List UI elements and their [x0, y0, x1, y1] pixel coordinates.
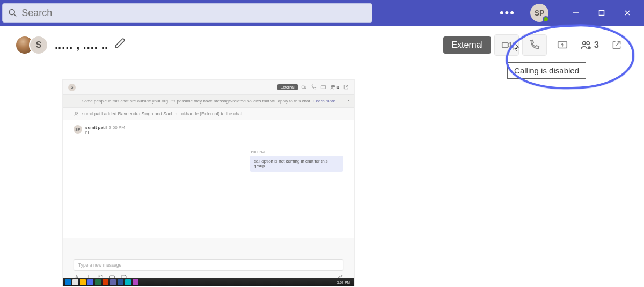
svg-rect-13: [302, 86, 305, 89]
mini-system-message: sumit patil added Raveendra Singh and Sa…: [63, 108, 354, 120]
edit-chat-name-button[interactable]: [114, 38, 126, 53]
taskbar-app-icon: [72, 279, 78, 285]
external-badge: External: [443, 36, 491, 54]
minimize-button[interactable]: [564, 2, 588, 24]
mini-external-warning-banner: Some people in this chat are outside you…: [63, 95, 354, 108]
mini-avatar: S: [68, 84, 76, 91]
add-person-icon: [74, 111, 79, 116]
share-screen-button[interactable]: [550, 34, 575, 56]
avatar-initials: SP: [535, 9, 545, 17]
mini-learn-more-link[interactable]: Learn more: [313, 99, 335, 104]
svg-point-8: [583, 41, 586, 45]
mini-banner-close[interactable]: ×: [347, 98, 350, 103]
taskbar-app-icon: [80, 279, 86, 285]
people-icon: [580, 39, 592, 51]
svg-point-0: [9, 10, 14, 15]
search-box[interactable]: [2, 3, 372, 23]
participants-button[interactable]: 3: [580, 39, 599, 51]
mini-share-icon: [320, 84, 327, 91]
svg-rect-6: [502, 42, 508, 47]
chat-header: S ..… , .… .. External 3 Calling is disa…: [0, 26, 644, 64]
svg-point-15: [331, 85, 333, 87]
mini-incoming-message: SP sumit patil3:00 PM hi: [74, 125, 343, 135]
taskbar-app-icon: [125, 279, 131, 285]
disabled-tooltip: Calling is disabled: [507, 62, 586, 79]
search-input[interactable]: [21, 8, 367, 19]
mini-compose-box[interactable]: Type a new message: [74, 259, 343, 271]
svg-point-9: [587, 41, 590, 45]
mini-outgoing-message: 3:00 PM call option is not coming in cha…: [250, 150, 343, 172]
svg-point-23: [99, 277, 100, 277]
more-menu-button[interactable]: •••: [494, 6, 521, 20]
mini-phone-icon: [311, 84, 317, 91]
chat-avatar-pair: S: [15, 35, 48, 55]
mini-taskbar-clock: 3:03 PM: [337, 281, 352, 284]
presence-available-icon: [543, 16, 549, 23]
taskbar-app-icon: [103, 279, 108, 285]
taskbar-app-icon: [118, 279, 123, 285]
mouse-cursor-icon: [512, 42, 522, 51]
current-user-avatar[interactable]: SP: [530, 4, 548, 22]
svg-rect-3: [599, 11, 604, 16]
mini-msg-avatar: SP: [74, 125, 82, 134]
close-button[interactable]: [615, 2, 640, 24]
taskbar-app-icon: [110, 279, 116, 285]
titlebar: ••• SP: [0, 0, 644, 26]
chat-header-actions: External 3 Calling is disabled: [443, 34, 629, 56]
mini-popout-icon: [342, 84, 349, 91]
annotation-circle: [504, 22, 635, 91]
chat-title-text: ..… , .… ..: [55, 38, 108, 52]
svg-point-24: [101, 277, 101, 277]
popout-button[interactable]: [604, 34, 629, 56]
svg-point-17: [75, 112, 77, 114]
svg-point-16: [333, 85, 335, 87]
mini-external-badge: External: [277, 84, 298, 90]
taskbar-app-icon: [133, 279, 138, 285]
maximize-button[interactable]: [589, 2, 614, 24]
svg-line-1: [14, 14, 16, 16]
search-icon: [8, 8, 17, 18]
participant-count: 3: [594, 40, 599, 50]
taskbar-app-icon: [95, 279, 101, 285]
mini-chat-header: S External 3: [63, 80, 354, 95]
mini-video-icon: [301, 84, 308, 91]
participant-avatar-initial: S: [29, 35, 48, 55]
mini-people-icon: [330, 84, 336, 90]
audio-call-button[interactable]: [522, 34, 547, 56]
mini-message-list: SP sumit patil3:00 PM hi 3:00 PM call op…: [63, 120, 354, 238]
taskbar-app-icon: [65, 279, 71, 285]
mini-participants: 3: [330, 84, 339, 90]
svg-rect-14: [321, 85, 325, 89]
taskbar-app-icon: [87, 279, 93, 285]
chat-title: ..… , .… ..: [55, 38, 126, 53]
embedded-screenshot: S External 3 Some people in this chat ar…: [62, 79, 355, 286]
mini-taskbar: 3:03 PM: [63, 278, 354, 286]
